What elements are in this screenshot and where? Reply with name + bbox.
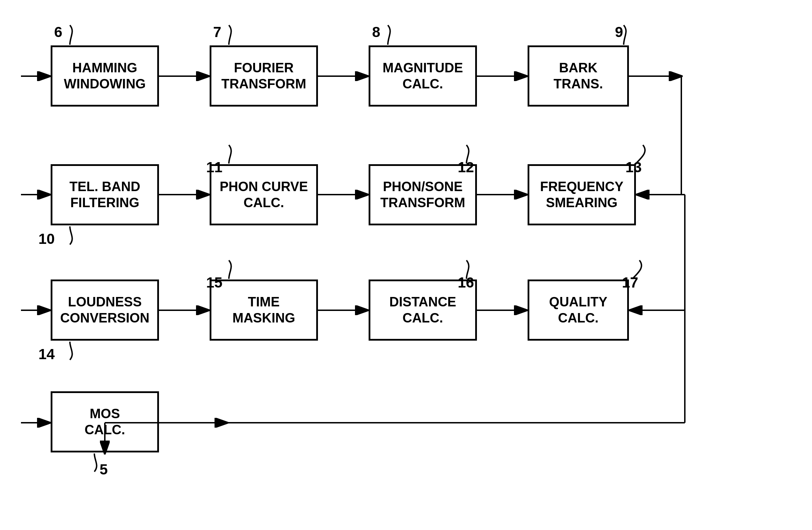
ref-6-label: 6 <box>54 24 62 41</box>
mos-calc-label: MOSCALC. <box>85 406 125 438</box>
mos-calc-block: MOSCALC. <box>51 391 159 452</box>
time-masking-label: TIMEMASKING <box>232 294 295 326</box>
hamming-windowing-block: HAMMINGWINDOWING <box>51 45 159 107</box>
tel-band-filtering-label: TEL. BANDFILTERING <box>70 179 140 211</box>
ref-9-label: 9 <box>615 24 623 41</box>
magnitude-calc-block: MAGNITUDECALC. <box>369 45 477 107</box>
bark-trans-label: BARKTRANS. <box>553 60 603 92</box>
ref-5-label: 5 <box>100 461 108 478</box>
bark-trans-block: BARKTRANS. <box>528 45 629 107</box>
hamming-windowing-label: HAMMINGWINDOWING <box>64 60 146 92</box>
distance-calc-label: DISTANCECALC. <box>389 294 456 326</box>
phon-curve-calc-label: PHON CURVECALC. <box>220 179 308 211</box>
quality-calc-label: QUALITYCALC. <box>549 294 608 326</box>
loudness-conversion-block: LOUDNESSCONVERSION <box>51 279 159 341</box>
ref-7-label: 7 <box>213 24 221 41</box>
time-masking-block: TIMEMASKING <box>210 279 318 341</box>
loudness-conversion-label: LOUDNESSCONVERSION <box>60 294 149 326</box>
ref-8-label: 8 <box>372 24 380 41</box>
ref-10-label: 10 <box>38 231 55 247</box>
ref-16-label: 16 <box>458 274 474 291</box>
quality-calc-block: QUALITYCALC. <box>528 279 629 341</box>
phon-sone-transform-label: PHON/SONETRANSFORM <box>380 179 465 211</box>
frequency-smearing-block: FREQUENCYSMEARING <box>528 164 636 225</box>
ref-14-label: 14 <box>38 346 55 363</box>
ref-11-label: 11 <box>206 159 223 176</box>
ref-17-label: 17 <box>622 274 638 291</box>
frequency-smearing-label: FREQUENCYSMEARING <box>540 179 624 211</box>
ref-15-label: 15 <box>206 274 223 291</box>
ref-12-label: 12 <box>458 159 474 176</box>
fourier-transform-label: FOURIERTRANSFORM <box>222 60 306 92</box>
phon-curve-calc-block: PHON CURVECALC. <box>210 164 318 225</box>
fourier-transform-block: FOURIERTRANSFORM <box>210 45 318 107</box>
ref-13-label: 13 <box>625 159 642 176</box>
magnitude-calc-label: MAGNITUDECALC. <box>383 60 463 92</box>
tel-band-filtering-block: TEL. BANDFILTERING <box>51 164 159 225</box>
